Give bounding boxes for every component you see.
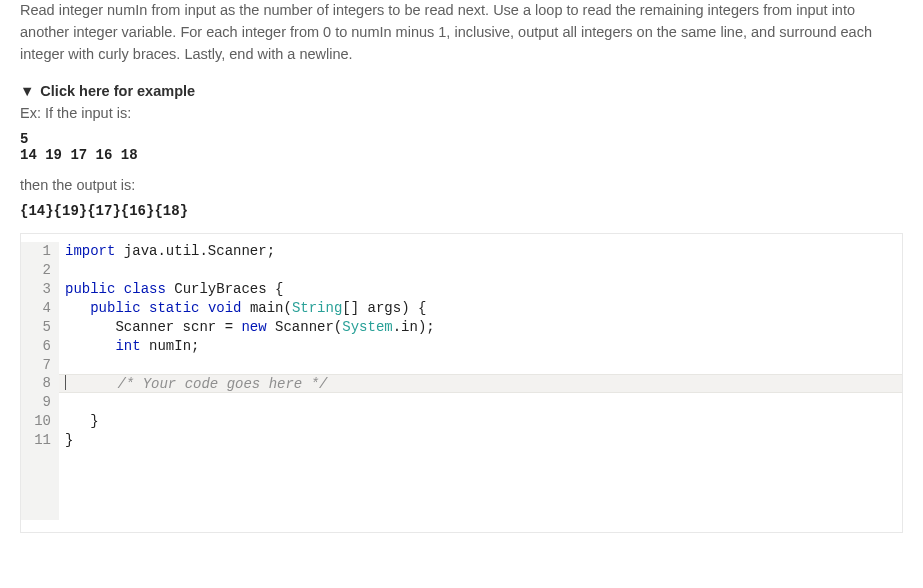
line-number: 3: [21, 280, 51, 299]
example-toggle-label: Click here for example: [40, 83, 195, 99]
line-number: 5: [21, 318, 51, 337]
code-line[interactable]: int numIn;: [65, 337, 902, 356]
input-block: 5 14 19 17 16 18: [20, 131, 903, 163]
then-output-label: then the output is:: [20, 177, 903, 193]
code-line[interactable]: Scanner scnr = new Scanner(System.in);: [65, 318, 902, 337]
line-number: 9: [21, 393, 51, 412]
line-number: 11: [21, 431, 51, 450]
problem-description: Read integer numIn from input as the num…: [20, 0, 903, 65]
code-body[interactable]: import java.util.Scanner; public class C…: [59, 242, 902, 520]
code-line[interactable]: [65, 393, 902, 412]
code-line[interactable]: public static void main(String[] args) {: [65, 299, 902, 318]
line-number-gutter: 1234567891011: [21, 242, 59, 520]
code-line[interactable]: }: [65, 431, 902, 450]
line-number: 6: [21, 337, 51, 356]
line-number: 1: [21, 242, 51, 261]
code-line[interactable]: public class CurlyBraces {: [65, 280, 902, 299]
code-line[interactable]: [65, 261, 902, 280]
code-line[interactable]: [65, 356, 902, 375]
code-line[interactable]: }: [65, 412, 902, 431]
code-editor[interactable]: 1234567891011 import java.util.Scanner; …: [20, 233, 903, 533]
caret-down-icon: ▼: [20, 83, 34, 99]
line-number: 4: [21, 299, 51, 318]
code-line[interactable]: import java.util.Scanner;: [65, 242, 902, 261]
if-input-label: Ex: If the input is:: [20, 105, 903, 121]
output-block: {14}{19}{17}{16}{18}: [20, 203, 903, 219]
code-line[interactable]: /* Your code goes here */: [59, 374, 902, 393]
line-number: 10: [21, 412, 51, 431]
line-number: 7: [21, 356, 51, 375]
example-toggle[interactable]: ▼ Click here for example: [20, 83, 903, 99]
line-number: 2: [21, 261, 51, 280]
line-number: 8: [21, 374, 51, 393]
text-cursor: [65, 375, 66, 390]
